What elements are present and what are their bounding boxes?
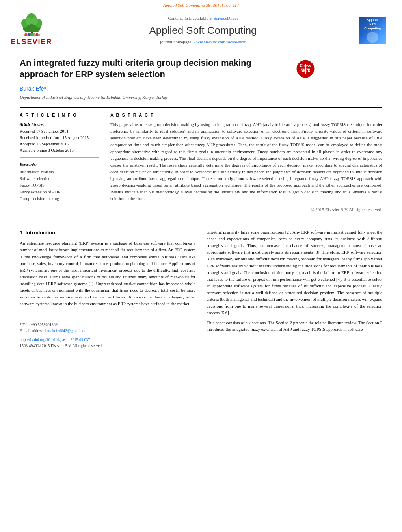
svg-rect-14 <box>36 33 38 36</box>
elsevier-logo: ELSEVIER <box>12 13 51 47</box>
svg-point-7 <box>26 17 32 25</box>
history-item-3: Accepted 23 September 2015 <box>20 141 99 147</box>
journal-ref-text: Applied Soft Computing 38 (2016) 106–117 <box>163 3 239 7</box>
history-item-1: Received 17 September 2014 <box>20 128 99 135</box>
svg-point-8 <box>32 17 38 25</box>
email-link[interactable]: burakefe0642@gmail.com <box>45 328 87 333</box>
journal-homepage: journal homepage: www.elsevier.com/locat… <box>51 39 355 45</box>
asc-logo-text: Applied Soft Computing <box>364 18 381 30</box>
copyright-notice: © 2015 Elsevier B.V. All rights reserved… <box>110 207 382 213</box>
abstract-heading: A B S T R A C T <box>110 112 382 118</box>
sciencedirect-link: Contents lists available at ScienceDirec… <box>51 15 355 21</box>
intro-col-right: targeting primarily large scale organiza… <box>207 229 382 349</box>
article-title: An integrated fuzzy multi criteria group… <box>20 57 288 80</box>
section-divider <box>20 221 382 221</box>
footnote-email: E-mail address: burakefe0642@gmail.com <box>20 328 195 334</box>
author-affiliation: Department of Industrial Engineering, Ne… <box>20 95 382 100</box>
article-info-heading: A R T I C L E I N F O <box>20 112 99 118</box>
history-item-2: Received in revised form 15 August 2015 <box>20 135 99 141</box>
journal-reference: Applied Soft Computing 38 (2016) 106–117 <box>0 0 402 10</box>
journal-title: Applied Soft Computing <box>51 23 355 37</box>
abstract-section: A B S T R A C T This paper aims to ease … <box>110 112 382 213</box>
homepage-url[interactable]: www.elsevier.com/locate/asoc <box>194 39 246 44</box>
title-row: An integrated fuzzy multi criteria group… <box>20 57 382 85</box>
issn-text: 1568-4946/© 2015 Elsevier B.V. All right… <box>20 343 102 348</box>
crossmark-logo: Cross Mark <box>296 59 315 79</box>
keywords-section: Keywords: Information systems Software s… <box>20 161 99 202</box>
asc-logo: Applied Soft Computing <box>359 17 386 44</box>
keyword-1: Information systems <box>20 169 99 176</box>
article-columns: A R T I C L E I N F O Article history: R… <box>20 107 382 213</box>
intro-para-r1: targeting primarily large scale organiza… <box>207 229 382 316</box>
keyword-3: Fuzzy TOPSIS <box>20 182 99 189</box>
footnote-area: * Tel.: +90 5059601869. E-mail address: … <box>20 319 195 334</box>
keyword-4: Fuzzy extension of AHP <box>20 189 99 196</box>
keyword-5: Group decision-making <box>20 196 99 202</box>
doi-link[interactable]: http://dx.doi.org/10.1016/j.asoc.2015.09… <box>20 337 90 342</box>
keyword-2: Software selection <box>20 176 99 182</box>
keywords-label: Keywords: <box>20 161 99 168</box>
asc-logo-container: Applied Soft Computing <box>355 17 390 44</box>
intro-col-left: 1. Introduction An enterprise resource p… <box>20 229 195 349</box>
history-item-4: Available online 8 October 2015 <box>20 147 99 154</box>
elsevier-brand-text: ELSEVIER <box>11 37 52 47</box>
section-heading-intro: 1. Introduction <box>20 229 195 237</box>
history-label: Article history: <box>20 121 99 127</box>
svg-rect-12 <box>30 33 33 36</box>
svg-rect-13 <box>33 33 35 36</box>
abstract-text: This paper aims to ease group decision-m… <box>110 121 382 202</box>
article-body: An integrated fuzzy multi criteria group… <box>0 49 402 357</box>
introduction-columns: 1. Introduction An enterprise resource p… <box>20 229 382 349</box>
sciencedirect-anchor[interactable]: ScienceDirect <box>214 16 238 20</box>
doi-line: http://dx.doi.org/10.1016/j.asoc.2015.09… <box>20 337 195 349</box>
elsevier-tree-icon <box>17 13 47 37</box>
intro-para-r2: This paper consists of six sections. The… <box>207 319 382 333</box>
article-info: A R T I C L E I N F O Article history: R… <box>20 112 99 213</box>
author-name: Burak Efe* <box>20 85 382 93</box>
journal-header-center: Contents lists available at ScienceDirec… <box>51 15 355 45</box>
svg-rect-11 <box>28 33 30 36</box>
article-history: Article history: Received 17 September 2… <box>20 121 99 158</box>
footnote-tel: * Tel.: +90 5059601869. <box>20 322 195 328</box>
crossmark-icon: Cross Mark <box>296 59 315 79</box>
svg-rect-10 <box>25 33 27 36</box>
intro-para-1: An enterprise resource planning (ERP) sy… <box>20 240 195 307</box>
asc-logo-circle <box>367 32 378 43</box>
journal-header: ELSEVIER Contents lists available at Sci… <box>0 10 402 49</box>
